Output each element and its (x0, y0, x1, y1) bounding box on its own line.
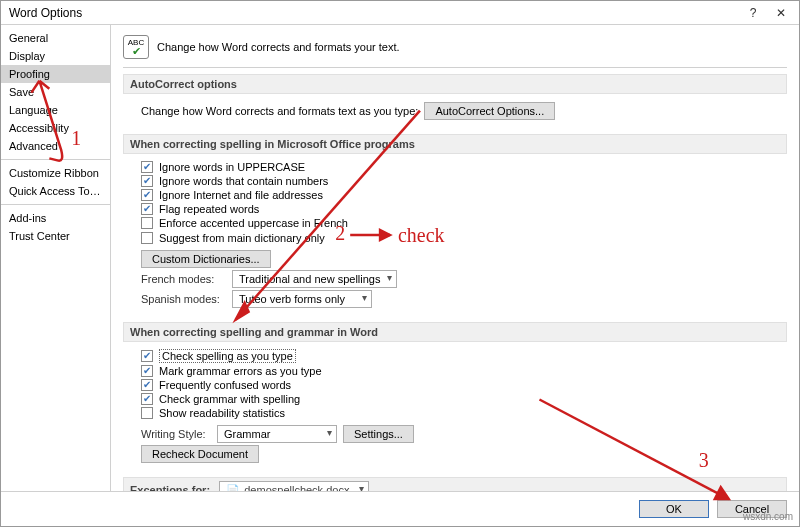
nav-item-customize-ribbon[interactable]: Customize Ribbon (1, 164, 110, 182)
check-frequently-confused[interactable]: ✔Frequently confused words (141, 379, 291, 391)
check-label: Flag repeated words (159, 203, 259, 215)
help-button[interactable]: ? (739, 3, 767, 23)
checkmark-icon: ✔ (132, 46, 141, 57)
check-label: Check grammar with spelling (159, 393, 300, 405)
nav-item-accessibility[interactable]: Accessibility (1, 119, 110, 137)
check-accented-french[interactable]: Enforce accented uppercase in French (141, 217, 348, 229)
nav-item-quick-access-toolbar[interactable]: Quick Access Toolbar (1, 182, 110, 200)
check-readability-stats[interactable]: Show readability statistics (141, 407, 285, 419)
check-label: Suggest from main dictionary only (159, 232, 325, 244)
header: ABC ✔ Change how Word corrects and forma… (123, 31, 787, 68)
group-title-exceptions: Exceptions for: 📄 demospellcheck.docx (123, 477, 787, 491)
proofing-icon: ABC ✔ (123, 35, 149, 59)
writing-style-label: Writing Style: (141, 428, 211, 440)
close-button[interactable]: ✕ (767, 3, 795, 23)
settings-button[interactable]: Settings... (343, 425, 414, 443)
main-panel: ABC ✔ Change how Word corrects and forma… (111, 25, 799, 491)
check-ignore-internet[interactable]: ✔Ignore Internet and file addresses (141, 189, 323, 201)
recheck-document-button[interactable]: Recheck Document (141, 445, 259, 463)
french-modes-label: French modes: (141, 273, 226, 285)
dialog-footer: OK Cancel (1, 492, 799, 526)
check-label: Check spelling as you type (159, 349, 296, 363)
autocorrect-text: Change how Word corrects and formats tex… (141, 105, 418, 117)
check-label: Enforce accented uppercase in French (159, 217, 348, 229)
nav-item-advanced[interactable]: Advanced (1, 137, 110, 155)
header-text: Change how Word corrects and formats you… (157, 41, 400, 53)
combo-value: Traditional and new spellings (239, 273, 380, 285)
check-flag-repeated[interactable]: ✔Flag repeated words (141, 203, 259, 215)
group-title-office-spelling: When correcting spelling in Microsoft Of… (123, 134, 787, 154)
nav-separator (1, 204, 110, 205)
group-title-word-spelling: When correcting spelling and grammar in … (123, 322, 787, 342)
nav-separator (1, 159, 110, 160)
spanish-modes-label: Spanish modes: (141, 293, 226, 305)
window-title: Word Options (9, 6, 739, 20)
custom-dictionaries-button[interactable]: Custom Dictionaries... (141, 250, 271, 268)
nav-item-save[interactable]: Save (1, 83, 110, 101)
exceptions-doc-combo[interactable]: 📄 demospellcheck.docx (219, 481, 369, 491)
check-grammar-with-spelling[interactable]: ✔Check grammar with spelling (141, 393, 300, 405)
combo-value: Grammar (224, 428, 270, 440)
spanish-modes-combo[interactable]: Tuteo verb forms only (232, 290, 372, 308)
check-ignore-numbers[interactable]: ✔Ignore words that contain numbers (141, 175, 328, 187)
check-label: Ignore Internet and file addresses (159, 189, 323, 201)
check-spelling-as-you-type[interactable]: ✔Check spelling as you type (141, 349, 296, 363)
check-label: Ignore words in UPPERCASE (159, 161, 305, 173)
check-ignore-uppercase[interactable]: ✔Ignore words in UPPERCASE (141, 161, 305, 173)
nav-item-language[interactable]: Language (1, 101, 110, 119)
titlebar: Word Options ? ✕ (1, 1, 799, 25)
nav-item-add-ins[interactable]: Add-ins (1, 209, 110, 227)
writing-style-combo[interactable]: Grammar (217, 425, 337, 443)
nav-item-display[interactable]: Display (1, 47, 110, 65)
watermark: wsxdn.com (743, 511, 793, 522)
nav-item-proofing[interactable]: Proofing (1, 65, 110, 83)
check-label: Ignore words that contain numbers (159, 175, 328, 187)
ok-button[interactable]: OK (639, 500, 709, 518)
combo-value: Tuteo verb forms only (239, 293, 345, 305)
exceptions-title-text: Exceptions for: (130, 484, 210, 492)
combo-value: demospellcheck.docx (244, 484, 349, 491)
check-label: Frequently confused words (159, 379, 291, 391)
check-grammar-as-you-type[interactable]: ✔Mark grammar errors as you type (141, 365, 322, 377)
check-label: Mark grammar errors as you type (159, 365, 322, 377)
group-title-autocorrect: AutoCorrect options (123, 74, 787, 94)
document-icon: 📄 (226, 484, 240, 492)
french-modes-combo[interactable]: Traditional and new spellings (232, 270, 397, 288)
autocorrect-options-button[interactable]: AutoCorrect Options... (424, 102, 555, 120)
nav-item-trust-center[interactable]: Trust Center (1, 227, 110, 245)
nav-sidebar: General Display Proofing Save Language A… (1, 25, 111, 491)
nav-item-general[interactable]: General (1, 29, 110, 47)
check-main-dictionary[interactable]: Suggest from main dictionary only (141, 232, 325, 244)
check-label: Show readability statistics (159, 407, 285, 419)
word-options-dialog: Word Options ? ✕ General Display Proofin… (0, 0, 800, 527)
